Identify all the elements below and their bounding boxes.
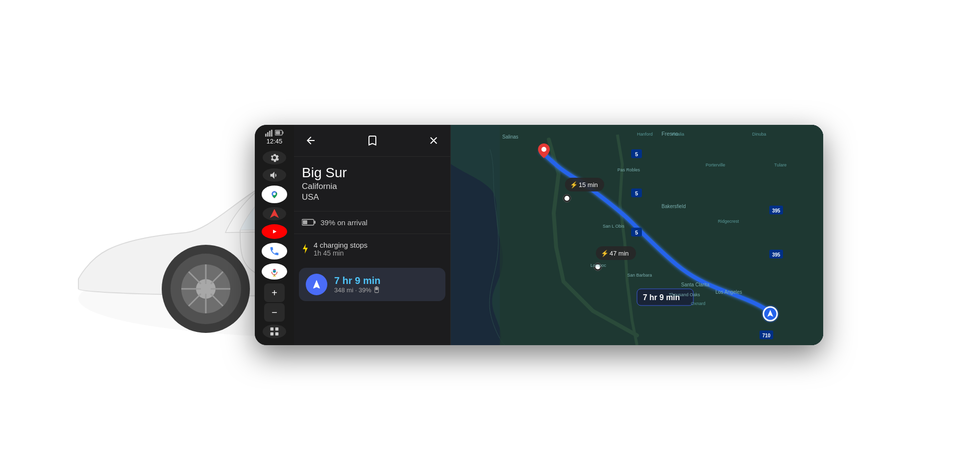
back-button[interactable] bbox=[302, 132, 319, 149]
svg-marker-35 bbox=[270, 209, 279, 218]
grid-icon bbox=[269, 326, 280, 337]
svg-rect-26 bbox=[265, 134, 267, 137]
svg-text:Visalia: Visalia bbox=[671, 132, 684, 137]
svg-text:395: 395 bbox=[772, 208, 781, 213]
svg-text:Porterville: Porterville bbox=[706, 163, 725, 167]
svg-text:Oxnard: Oxnard bbox=[691, 301, 706, 306]
svg-rect-49 bbox=[314, 221, 316, 224]
info-panel: Big Sur California USA 39% on arrival 4 … bbox=[294, 125, 451, 345]
battery-status-icon bbox=[275, 130, 284, 136]
navigate-arrow-icon bbox=[311, 279, 322, 290]
nav-icon-circle bbox=[306, 274, 327, 295]
svg-text:Tulare: Tulare bbox=[774, 163, 786, 167]
svg-text:47 min: 47 min bbox=[610, 250, 629, 257]
volume-button[interactable] bbox=[263, 168, 286, 182]
svg-text:Pas Robles: Pas Robles bbox=[617, 167, 640, 172]
svg-rect-47 bbox=[275, 332, 278, 335]
charging-stops-text: 4 charging stops bbox=[314, 241, 368, 249]
bookmark-icon bbox=[367, 135, 378, 146]
volume-icon bbox=[269, 170, 280, 181]
svg-point-6 bbox=[162, 245, 250, 333]
svg-text:5: 5 bbox=[635, 151, 638, 157]
youtube-icon bbox=[269, 226, 280, 237]
svg-line-25 bbox=[189, 294, 201, 306]
zoom-in-button[interactable]: + bbox=[264, 283, 285, 302]
svg-line-22 bbox=[189, 272, 201, 284]
map-svg: ⚡ 15 min ⚡ 47 min 7 hr 9 min Fresno bbox=[451, 125, 823, 345]
close-button[interactable] bbox=[425, 132, 442, 149]
svg-text:San L Obis: San L Obis bbox=[603, 224, 625, 229]
svg-text:Lompoc: Lompoc bbox=[590, 263, 607, 268]
svg-point-7 bbox=[171, 254, 241, 324]
svg-text:⚡: ⚡ bbox=[570, 181, 578, 189]
svg-rect-32 bbox=[276, 131, 280, 135]
map-area: ⚡ 15 min ⚡ 47 min 7 hr 9 min Fresno bbox=[451, 125, 823, 345]
music-button[interactable] bbox=[262, 224, 287, 239]
svg-text:15 min: 15 min bbox=[579, 181, 598, 188]
svg-text:Dinuba: Dinuba bbox=[752, 132, 766, 137]
nav-text: 7 hr 9 min 348 mi · 39% bbox=[334, 275, 380, 294]
google-maps-icon bbox=[269, 189, 280, 200]
svg-rect-27 bbox=[267, 132, 269, 137]
svg-line-23 bbox=[211, 294, 223, 306]
svg-rect-54 bbox=[375, 288, 378, 290]
app-grid-button[interactable] bbox=[263, 325, 286, 338]
svg-point-34 bbox=[273, 192, 276, 195]
svg-rect-28 bbox=[269, 131, 270, 137]
assistant-icon bbox=[269, 266, 280, 277]
panel-header bbox=[294, 125, 450, 157]
charging-icon bbox=[302, 244, 309, 254]
settings-icon bbox=[269, 152, 280, 163]
navigation-button[interactable] bbox=[263, 207, 286, 221]
navigation-icon bbox=[269, 208, 280, 219]
navigate-button[interactable]: 7 hr 9 min 348 mi · 39% bbox=[299, 268, 445, 301]
zoom-controls: + − bbox=[264, 283, 285, 322]
signal-icon bbox=[265, 130, 273, 137]
svg-text:Salinas: Salinas bbox=[502, 134, 518, 140]
svg-point-9 bbox=[196, 279, 216, 299]
phone-icon bbox=[269, 246, 280, 257]
svg-rect-45 bbox=[275, 328, 278, 330]
battery-arrival-row: 39% on arrival bbox=[294, 212, 450, 234]
svg-rect-44 bbox=[270, 328, 273, 330]
close-icon bbox=[428, 135, 440, 146]
location-state: California bbox=[302, 182, 442, 191]
battery-arrival-text: 39% on arrival bbox=[320, 218, 368, 227]
svg-line-24 bbox=[211, 272, 223, 284]
bookmark-button[interactable] bbox=[364, 132, 381, 149]
android-auto-unit: 12:45 bbox=[255, 125, 823, 345]
svg-rect-42 bbox=[273, 269, 276, 270]
svg-text:710: 710 bbox=[762, 333, 771, 338]
sidebar: 12:45 bbox=[255, 125, 294, 345]
svg-point-8 bbox=[181, 264, 230, 313]
nav-time-text: 7 hr 9 min bbox=[334, 275, 380, 286]
svg-text:⚡: ⚡ bbox=[601, 249, 609, 258]
svg-point-57 bbox=[541, 147, 546, 152]
assistant-button[interactable] bbox=[262, 263, 287, 280]
maps-button[interactable] bbox=[262, 186, 287, 203]
small-battery-icon bbox=[374, 286, 379, 293]
svg-rect-43 bbox=[273, 271, 276, 272]
svg-text:395: 395 bbox=[772, 252, 781, 258]
svg-text:San Barbara: San Barbara bbox=[627, 273, 652, 278]
svg-text:Ridgecrest: Ridgecrest bbox=[718, 219, 739, 224]
svg-rect-50 bbox=[303, 220, 307, 224]
svg-text:5: 5 bbox=[635, 190, 638, 196]
svg-text:Santa Clarita: Santa Clarita bbox=[681, 282, 710, 287]
status-time: 12:45 bbox=[267, 138, 283, 145]
charging-stops-row: 4 charging stops 1h 45 min bbox=[294, 234, 450, 264]
svg-rect-46 bbox=[270, 332, 273, 335]
location-country: USA bbox=[302, 192, 442, 202]
nav-details-text: 348 mi · 39% bbox=[334, 286, 380, 294]
svg-rect-53 bbox=[376, 286, 378, 287]
status-icons bbox=[265, 130, 284, 137]
charging-info: 4 charging stops 1h 45 min bbox=[314, 241, 368, 257]
zoom-out-button[interactable]: − bbox=[264, 303, 285, 322]
phone-button[interactable] bbox=[262, 243, 287, 259]
location-info: Big Sur California USA bbox=[294, 157, 450, 212]
battery-arrival-icon bbox=[302, 219, 316, 226]
settings-button[interactable] bbox=[263, 151, 286, 164]
svg-text:Bakersfield: Bakersfield bbox=[662, 204, 686, 209]
charging-time-text: 1h 45 min bbox=[314, 249, 368, 257]
svg-marker-51 bbox=[303, 244, 308, 254]
